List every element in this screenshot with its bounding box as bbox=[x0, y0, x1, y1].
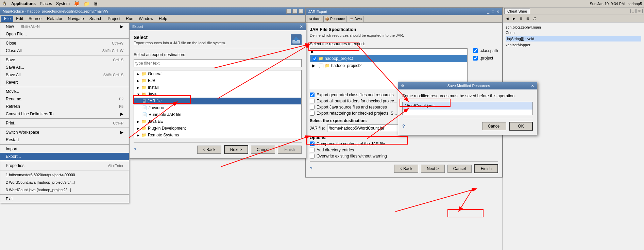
export-output-checkbox[interactable] bbox=[310, 99, 315, 103]
menu-run[interactable]: Run bbox=[123, 16, 136, 22]
menu-item-exit[interactable]: Exit bbox=[0, 195, 129, 203]
menu-item-save-as[interactable]: Save As... bbox=[0, 64, 129, 71]
menu-help[interactable]: Help bbox=[156, 16, 170, 22]
menu-item-move[interactable]: Move... bbox=[0, 88, 129, 95]
tree-item-java-ee[interactable]: ▶ 📁 Java EE bbox=[134, 118, 301, 125]
jar-project2-checkbox[interactable] bbox=[319, 64, 323, 68]
jar-close-icon[interactable]: ✕ bbox=[496, 10, 499, 14]
close-button[interactable]: ✕ bbox=[299, 9, 303, 14]
menu-item-convert[interactable]: Convert Line Delimiters To ▶ bbox=[0, 110, 129, 118]
print-button[interactable]: 🖨 bbox=[531, 16, 538, 22]
eclipse-menubar[interactable]: File Edit Source Refactor Navigate Searc… bbox=[0, 15, 306, 22]
menu-item-open-file[interactable]: Open File... bbox=[0, 30, 129, 38]
menu-item-save[interactable]: Save Ctrl+S bbox=[0, 56, 129, 64]
jar-help-icon[interactable]: ? bbox=[310, 166, 312, 171]
maximize-button[interactable]: □ bbox=[292, 9, 297, 14]
next-button[interactable]: Next > bbox=[224, 145, 248, 154]
jar-classpath-row[interactable]: .classpath bbox=[473, 48, 498, 53]
save-close-icon[interactable]: ✕ bbox=[531, 84, 534, 88]
menu-item-recent-3[interactable]: 3 WordCount.java [hadoop_project2/...] bbox=[0, 186, 129, 194]
jar-finish-button[interactable]: Finish bbox=[474, 164, 498, 173]
tree-item-install[interactable]: ▶ 📁 Install bbox=[134, 84, 301, 91]
tree-item-general[interactable]: ▶ 📁 General bbox=[134, 70, 301, 77]
panel-close-icon[interactable]: ✕ bbox=[637, 9, 643, 13]
menu-file[interactable]: File bbox=[1, 16, 13, 22]
jar-hadoop-project2[interactable]: ▶ 📁 hadoop_project2 bbox=[310, 62, 467, 69]
jar-minimize-icon[interactable]: _ bbox=[487, 10, 489, 14]
finish-button[interactable]: Finish bbox=[278, 146, 302, 154]
system-app-menu[interactable]: Applications Places System bbox=[11, 1, 70, 6]
tree-item-remote[interactable]: ▶ 📁 Remote Systems bbox=[134, 132, 301, 138]
menu-item-recent-2[interactable]: 2 WordCount.java [hadoop_project/src/...… bbox=[0, 179, 129, 186]
help-icon[interactable]: ? bbox=[134, 147, 136, 152]
menu-item-close[interactable]: Close Ctrl+W bbox=[0, 39, 129, 47]
menu-item-close-all[interactable]: Close All Shift+Ctrl+W bbox=[0, 47, 129, 54]
minimize-button[interactable]: _ bbox=[286, 9, 291, 14]
menu-item-recent-1[interactable]: 1 hdfs://master5:8020/output/part-r-0000… bbox=[0, 171, 129, 179]
cheat-item-main[interactable]: in(String[]) : void bbox=[506, 36, 641, 41]
jar-add-dir-row[interactable]: Add directory entries bbox=[310, 148, 498, 152]
jar-next-button[interactable]: Next > bbox=[421, 165, 445, 173]
jar-classpath-checkbox[interactable] bbox=[473, 48, 478, 53]
tree-item-ejb[interactable]: ▶ 📁 EJB bbox=[134, 77, 301, 84]
expand-all-button[interactable]: ⊞ bbox=[518, 16, 524, 22]
save-file-wordcount[interactable]: WordCount.java bbox=[403, 102, 532, 110]
export-tree-list[interactable]: ▶ 📁 General ▶ 📁 EJB ▶ 📁 Install ▼ 📂 bbox=[134, 70, 302, 138]
menu-item-import[interactable]: Import... bbox=[0, 145, 129, 153]
menu-source[interactable]: Source bbox=[26, 16, 44, 22]
back-nav-button[interactable]: ◀ bbox=[504, 16, 510, 22]
menu-item-print[interactable]: Print... Ctrl+P bbox=[0, 119, 129, 127]
jar-export-controls[interactable]: _ □ ✕ bbox=[487, 10, 499, 14]
folder-icon[interactable]: 📁 bbox=[84, 1, 89, 6]
panel-tab-controls[interactable]: _ ✕ bbox=[630, 9, 643, 13]
export-class-checkbox[interactable] bbox=[310, 93, 315, 97]
menu-project[interactable]: Project bbox=[105, 16, 123, 22]
firefox-icon[interactable]: 🦊 bbox=[74, 1, 80, 6]
jar-project-checkbox[interactable] bbox=[312, 56, 317, 61]
jar-back-button[interactable]: < Back bbox=[394, 165, 418, 173]
jar-cancel-button[interactable]: Cancel bbox=[447, 165, 472, 173]
export-dialog-controls[interactable]: ✕ bbox=[300, 24, 303, 29]
compress-checkbox[interactable] bbox=[310, 141, 315, 146]
jar-overwrite-row[interactable]: Overwrite existing files without warning bbox=[310, 154, 498, 159]
collapse-all-button[interactable]: ⊟ bbox=[525, 16, 531, 22]
save-ok-button[interactable]: OK bbox=[509, 122, 533, 131]
file-dropdown-menu[interactable]: New Shift+Alt+N ▶ Open File... Close Ctr… bbox=[0, 22, 129, 203]
cheat-item-mapper[interactable]: xenizerMapper bbox=[506, 43, 641, 47]
applications-menu[interactable]: Applications bbox=[11, 1, 36, 6]
cheat-sheet-tab[interactable]: Cheat Shee bbox=[504, 8, 530, 14]
overwrite-checkbox[interactable] bbox=[310, 154, 315, 159]
add-dir-checkbox[interactable] bbox=[310, 148, 315, 152]
right-panel-toolbar[interactable]: ◀ ▶ ⊞ ⊟ 🖨 bbox=[503, 15, 644, 22]
terminal-icon[interactable]: 🖥 bbox=[94, 1, 98, 6]
save-cancel-button[interactable]: Cancel bbox=[482, 122, 506, 130]
eclipse-window-controls[interactable]: _ □ ✕ bbox=[286, 9, 303, 14]
menu-window[interactable]: Window bbox=[136, 16, 156, 22]
back-button[interactable]: < Back bbox=[197, 146, 221, 154]
jar-project-res-checkbox[interactable] bbox=[473, 56, 478, 61]
places-menu[interactable]: Places bbox=[40, 1, 52, 6]
jar-maximize-icon[interactable]: □ bbox=[492, 10, 494, 14]
menu-refactor[interactable]: Refactor bbox=[44, 16, 65, 22]
forward-nav-button[interactable]: ▶ bbox=[511, 16, 517, 22]
system-menu[interactable]: System bbox=[56, 1, 70, 6]
menu-item-export[interactable]: Export... bbox=[0, 153, 129, 160]
tree-item-jar-file[interactable]: 🗄 JAR file bbox=[134, 98, 301, 104]
menu-item-new[interactable]: New Shift+Alt+N ▶ bbox=[0, 23, 129, 30]
menu-navigate[interactable]: Navigate bbox=[65, 16, 86, 22]
panel-min-icon[interactable]: _ bbox=[630, 9, 636, 13]
cheat-item-count[interactable]: Count bbox=[506, 31, 641, 35]
menu-item-refresh[interactable]: Refresh F5 bbox=[0, 103, 129, 110]
tree-item-javadoc[interactable]: 📄 Javadoc bbox=[134, 104, 301, 111]
jar-compress-row[interactable]: Compress the contents of the JAR file bbox=[310, 141, 498, 146]
export-source-checkbox[interactable] bbox=[310, 105, 315, 110]
menu-item-properties[interactable]: Properties Alt+Enter bbox=[0, 162, 129, 169]
save-help-icon[interactable]: ? bbox=[402, 123, 405, 129]
export-close-icon[interactable]: ✕ bbox=[300, 24, 303, 29]
tree-item-plugin-dev[interactable]: ▶ 📁 Plug-in Development bbox=[134, 125, 301, 132]
right-panel-tabs[interactable]: Cheat Shee _ ✕ bbox=[503, 7, 644, 15]
menu-item-rename[interactable]: Rename... F2 bbox=[0, 95, 129, 103]
jar-hadoop-project[interactable]: 📁 hadoop_project bbox=[310, 55, 467, 62]
cancel-button[interactable]: Cancel bbox=[251, 146, 275, 154]
menu-search[interactable]: Search bbox=[87, 16, 105, 22]
